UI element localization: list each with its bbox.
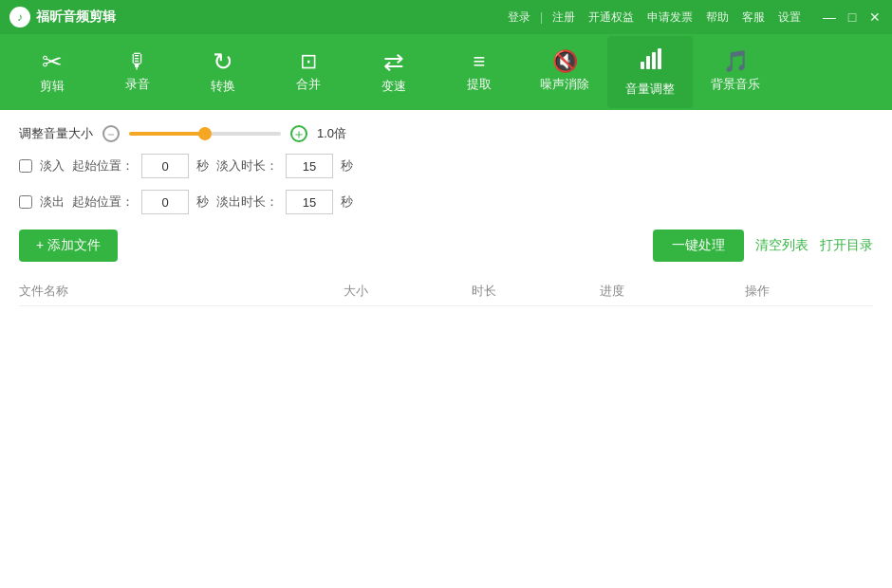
toolbar-record[interactable]: 🎙 录音 xyxy=(95,36,180,108)
add-file-button[interactable]: + 添加文件 xyxy=(19,230,118,262)
toolbar-merge[interactable]: ⊡ 合并 xyxy=(266,36,351,108)
col-progress: 进度 xyxy=(600,277,745,306)
fade-in-start-unit: 秒 xyxy=(196,157,209,175)
toolbar-speed[interactable]: ⇄ 变速 xyxy=(351,36,437,108)
col-size: 大小 xyxy=(344,277,472,306)
svg-rect-1 xyxy=(646,56,650,69)
close-button[interactable]: ✕ xyxy=(867,9,883,25)
speed-icon: ⇄ xyxy=(383,49,404,74)
cut-icon: ✂ xyxy=(42,49,63,74)
fade-out-duration-label: 淡出时长： xyxy=(216,193,278,211)
toolbar-convert[interactable]: ↻ 转换 xyxy=(180,36,266,108)
fade-in-duration-label: 淡入时长： xyxy=(216,157,278,175)
bgmusic-icon: 🎵 xyxy=(723,51,749,72)
volume-increase-button[interactable]: ＋ xyxy=(290,125,307,142)
fade-out-start-unit: 秒 xyxy=(196,193,209,211)
fade-in-start-label: 起始位置： xyxy=(72,157,134,175)
volume-icon xyxy=(637,46,663,77)
nav-help[interactable]: 帮助 xyxy=(700,9,734,26)
fade-in-label: 淡入 xyxy=(40,157,65,175)
file-table-header: 文件名称 大小 时长 进度 操作 xyxy=(19,277,873,306)
nav-settings[interactable]: 设置 xyxy=(772,9,807,26)
svg-rect-2 xyxy=(652,52,656,69)
fade-out-row: 淡出 起始位置： 秒 淡出时长： 秒 xyxy=(19,190,873,214)
merge-icon: ⊡ xyxy=(300,51,317,72)
window-controls: — □ ✕ xyxy=(822,9,883,25)
record-label: 录音 xyxy=(125,76,150,93)
col-duration: 时长 xyxy=(472,277,600,306)
extract-icon: ≡ xyxy=(474,51,486,72)
merge-label: 合并 xyxy=(296,76,321,93)
file-table: 文件名称 大小 时长 进度 操作 xyxy=(19,277,873,306)
bgmusic-label: 背景音乐 xyxy=(711,76,760,93)
app-title: 福昕音频剪辑 xyxy=(36,9,116,26)
toolbar-cut[interactable]: ✂ 剪辑 xyxy=(9,36,95,108)
title-bar: ♪ 福昕音频剪辑 登录 | 注册 开通权益 申请发票 帮助 客服 设置 — □ … xyxy=(0,0,892,34)
svg-rect-3 xyxy=(658,48,661,69)
fade-in-start-input[interactable] xyxy=(141,154,189,178)
nav-service[interactable]: 客服 xyxy=(736,9,771,26)
fade-in-checkbox[interactable] xyxy=(19,159,32,173)
file-list-area: 文件名称 大小 时长 进度 操作 xyxy=(19,273,873,573)
process-button[interactable]: 一键处理 xyxy=(653,230,744,262)
toolbar-denoise[interactable]: 🔇 噪声消除 xyxy=(522,36,607,108)
fade-out-checkbox[interactable] xyxy=(19,195,32,209)
convert-label: 转换 xyxy=(211,78,235,95)
logo-icon: ♪ xyxy=(9,7,30,28)
volume-label: 音量调整 xyxy=(625,81,675,98)
fade-in-row: 淡入 起始位置： 秒 淡入时长： 秒 xyxy=(19,154,873,178)
speed-label: 变速 xyxy=(381,78,406,95)
toolbar: ✂ 剪辑 🎙 录音 ↻ 转换 ⊡ 合并 ⇄ 变速 ≡ 提取 🔇 噪声消除 音量调 xyxy=(0,34,892,110)
volume-slider-track[interactable] xyxy=(129,132,281,136)
minimize-button[interactable]: — xyxy=(822,9,837,25)
toolbar-bgmusic[interactable]: 🎵 背景音乐 xyxy=(693,36,778,108)
cut-label: 剪辑 xyxy=(40,78,65,95)
clear-list-button[interactable]: 清空列表 xyxy=(755,237,808,254)
fade-out-duration-unit: 秒 xyxy=(341,193,353,211)
volume-slider-thumb[interactable] xyxy=(198,127,212,140)
open-dir-button[interactable]: 打开目录 xyxy=(820,237,873,254)
nav-vip[interactable]: 开通权益 xyxy=(583,9,640,26)
action-row: + 添加文件 一键处理 清空列表 打开目录 xyxy=(19,230,873,262)
fade-out-label: 淡出 xyxy=(40,193,65,211)
col-actions: 操作 xyxy=(745,277,873,306)
denoise-label: 噪声消除 xyxy=(540,76,589,93)
svg-rect-0 xyxy=(641,62,644,69)
fade-in-duration-input[interactable] xyxy=(286,154,333,178)
volume-value: 1.0倍 xyxy=(317,125,346,142)
maximize-button[interactable]: □ xyxy=(845,9,860,25)
toolbar-volume[interactable]: 音量调整 xyxy=(607,36,693,108)
action-right-group: 一键处理 清空列表 打开目录 xyxy=(653,230,873,262)
volume-row-label: 调整音量大小 xyxy=(19,125,93,142)
extract-label: 提取 xyxy=(467,76,492,93)
app-logo: ♪ 福昕音频剪辑 xyxy=(9,7,116,28)
fade-out-start-input[interactable] xyxy=(141,190,189,214)
fade-in-duration-unit: 秒 xyxy=(341,157,353,175)
fade-out-start-label: 起始位置： xyxy=(72,193,134,211)
record-icon: 🎙 xyxy=(127,51,148,72)
nav-login[interactable]: 登录 xyxy=(502,9,536,26)
toolbar-extract[interactable]: ≡ 提取 xyxy=(437,36,522,108)
fade-out-duration-input[interactable] xyxy=(286,190,333,214)
volume-decrease-button[interactable]: － xyxy=(102,125,120,142)
convert-icon: ↻ xyxy=(213,49,233,74)
volume-row: 调整音量大小 － ＋ 1.0倍 xyxy=(19,125,873,142)
top-nav: 登录 | 注册 开通权益 申请发票 帮助 客服 设置 xyxy=(502,9,807,26)
nav-sep1: | xyxy=(538,10,545,24)
nav-register[interactable]: 注册 xyxy=(547,9,581,26)
nav-invoice[interactable]: 申请发票 xyxy=(641,9,698,26)
denoise-icon: 🔇 xyxy=(552,51,578,72)
col-filename: 文件名称 xyxy=(19,277,344,306)
content-area: 调整音量大小 － ＋ 1.0倍 淡入 起始位置： 秒 淡入时长： 秒 淡出 起始… xyxy=(0,110,892,588)
